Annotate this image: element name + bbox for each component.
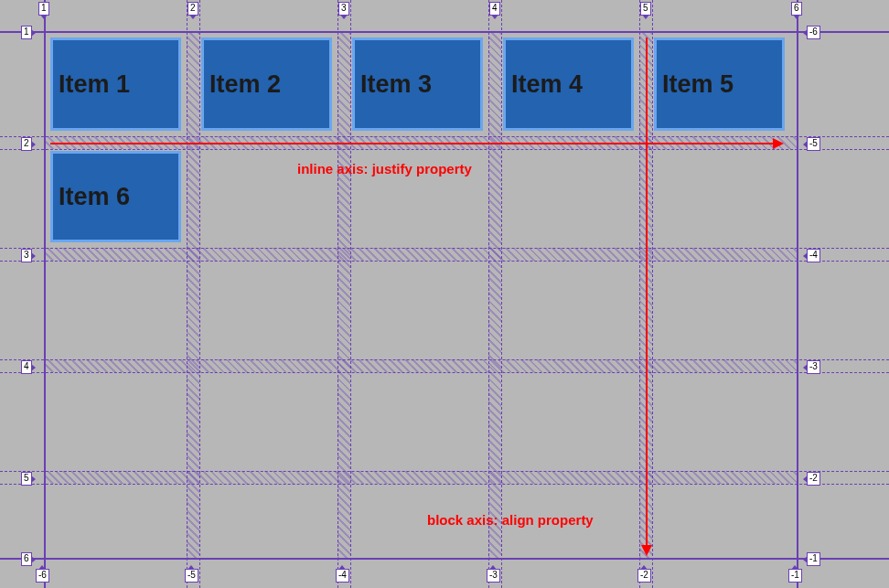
row-tag-4: 4 bbox=[21, 360, 32, 374]
row-tag-n1: -1 bbox=[807, 552, 820, 566]
row-line-6 bbox=[0, 558, 889, 560]
row-tag-n4: -4 bbox=[807, 249, 820, 262]
grid-item-label: Item 3 bbox=[360, 70, 432, 99]
row-tag-n3: -3 bbox=[807, 360, 820, 374]
col-tag-n5: -5 bbox=[185, 569, 198, 583]
grid-item-2: Item 2 bbox=[201, 37, 332, 131]
grid-item-1: Item 1 bbox=[50, 37, 181, 131]
arrow-down-icon bbox=[641, 545, 652, 556]
grid-item-4: Item 4 bbox=[503, 37, 634, 131]
col-tag-2: 2 bbox=[187, 2, 198, 16]
row-gap-3-end bbox=[0, 261, 889, 262]
row-gap-5 bbox=[44, 471, 797, 484]
row-line-1 bbox=[0, 31, 889, 33]
col-tag-1: 1 bbox=[38, 2, 49, 16]
grid-item-label: Item 2 bbox=[209, 70, 281, 99]
grid-item-3: Item 3 bbox=[352, 37, 483, 131]
block-axis-arrow bbox=[646, 37, 648, 546]
col-line-1 bbox=[44, 0, 46, 588]
col-tag-n2: -2 bbox=[637, 569, 651, 583]
grid-item-5: Item 5 bbox=[654, 37, 785, 131]
inline-axis-arrow bbox=[50, 143, 773, 144]
row-gap-4-end bbox=[0, 372, 889, 373]
col-tag-n4: -4 bbox=[336, 569, 349, 583]
row-tag-1: 1 bbox=[21, 26, 32, 39]
grid-diagram: Item 1 Item 2 Item 3 Item 4 Item 5 Item … bbox=[0, 0, 889, 588]
col-gap-3-end bbox=[350, 0, 351, 588]
row-tag-6: 6 bbox=[21, 552, 32, 566]
row-gap-4 bbox=[44, 359, 797, 372]
row-tag-2: 2 bbox=[21, 137, 32, 151]
grid-item-label: Item 6 bbox=[59, 183, 130, 211]
col-tag-n6: -6 bbox=[36, 569, 49, 583]
grid-item-label: Item 5 bbox=[662, 70, 734, 99]
col-tag-4: 4 bbox=[489, 2, 500, 16]
grid-item-label: Item 4 bbox=[511, 70, 583, 99]
grid-item-6: Item 6 bbox=[50, 151, 181, 242]
row-gap-5-end bbox=[0, 484, 889, 485]
block-axis-label: block axis: align property bbox=[427, 512, 594, 528]
row-tag-3: 3 bbox=[21, 249, 32, 262]
row-tag-n2: -2 bbox=[807, 472, 820, 486]
col-line-6 bbox=[797, 0, 798, 588]
arrow-right-icon bbox=[773, 138, 784, 149]
row-tag-n5: -5 bbox=[807, 137, 820, 151]
col-tag-5: 5 bbox=[640, 2, 651, 16]
row-tag-n6: -6 bbox=[807, 26, 820, 39]
row-gap-2-end bbox=[0, 149, 889, 150]
col-tag-3: 3 bbox=[338, 2, 349, 16]
row-gap-3 bbox=[44, 248, 797, 261]
col-gap-2-end bbox=[199, 0, 200, 588]
col-gap-5-end bbox=[652, 0, 653, 588]
grid-item-label: Item 1 bbox=[59, 70, 130, 99]
inline-axis-label: inline axis: justify property bbox=[297, 161, 472, 176]
col-tag-6: 6 bbox=[791, 2, 802, 16]
col-tag-n1: -1 bbox=[788, 569, 802, 583]
col-gap-4-end bbox=[501, 0, 502, 588]
col-tag-n3: -3 bbox=[487, 569, 500, 583]
row-tag-5: 5 bbox=[21, 472, 32, 486]
